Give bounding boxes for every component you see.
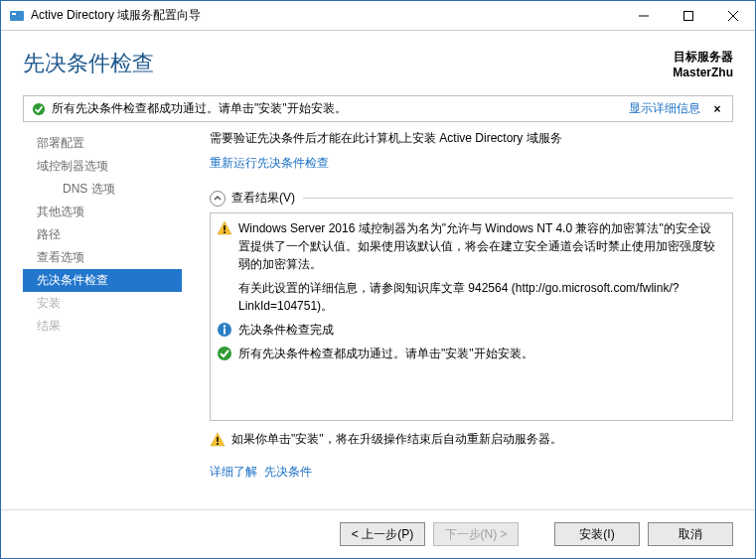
warning-footer: 如果你单击"安装"，将在升级操作结束后自动重新启动服务器。 (210, 431, 733, 448)
target-label: 目标服务器 (673, 49, 733, 66)
cancel-button[interactable]: 取消 (648, 522, 733, 546)
body-row: 部署配置域控制器选项DNS 选项其他选项路径查看选项先决条件检查安装结果 需要验… (1, 128, 755, 509)
sidebar-item-6[interactable]: 先决条件检查 (23, 269, 182, 292)
footer-links: 详细了解 先决条件 (210, 464, 733, 481)
titlebar: Active Directory 域服务配置向导 (1, 1, 755, 31)
warning-icon (210, 432, 226, 448)
svg-point-8 (224, 231, 226, 233)
sidebar-item-4[interactable]: 路径 (23, 223, 182, 246)
sidebar-item-5[interactable]: 查看选项 (23, 246, 182, 269)
success-icon (32, 102, 46, 116)
result-row-0: Windows Server 2016 域控制器为名为"允许与 Windows … (217, 219, 722, 273)
svg-point-6 (33, 102, 45, 114)
result-text: 先决条件检查完成 (238, 321, 722, 339)
app-icon (9, 8, 25, 24)
sidebar-item-8: 结果 (23, 315, 182, 338)
learn-more-link[interactable]: 详细了解 (210, 465, 257, 479)
section-title: 查看结果(V) (231, 190, 295, 207)
chevron-up-icon (214, 195, 222, 203)
target-server-name: MasterZhu (673, 66, 733, 79)
warning-footer-text: 如果你单击"安装"，将在升级操作结束后自动重新启动服务器。 (231, 431, 562, 448)
maximize-button[interactable] (666, 1, 710, 30)
result-row-3: 所有先决条件检查都成功通过。请单击"安装"开始安装。 (217, 345, 722, 362)
svg-rect-1 (12, 13, 16, 15)
result-text: 所有先决条件检查都成功通过。请单击"安装"开始安装。 (238, 345, 722, 362)
button-row: < 上一步(P) 下一步(N) > 安装(I) 取消 (1, 509, 755, 558)
sidebar-item-2[interactable]: DNS 选项 (23, 178, 182, 201)
target-server-box: 目标服务器 MasterZhu (673, 49, 733, 79)
sidebar-item-3[interactable]: 其他选项 (23, 201, 182, 223)
install-button[interactable]: 安装(I) (554, 522, 640, 546)
rerun-check-link[interactable]: 重新运行先决条件检查 (210, 155, 733, 172)
sidebar-item-7: 安装 (23, 292, 182, 315)
maximize-icon (683, 11, 693, 21)
sidebar-item-0[interactable]: 部署配置 (23, 132, 182, 155)
close-button[interactable] (710, 1, 755, 30)
divider-line (303, 198, 733, 199)
prerequisites-link[interactable]: 先决条件 (264, 465, 312, 479)
collapse-button[interactable] (210, 191, 226, 207)
warning-icon (217, 220, 232, 236)
svg-rect-11 (224, 329, 226, 335)
svg-point-10 (224, 325, 226, 327)
svg-rect-3 (683, 11, 692, 20)
svg-point-14 (217, 443, 219, 445)
spacer (527, 522, 546, 546)
main-panel: 需要验证先决条件后才能在此计算机上安装 Active Directory 域服务… (182, 128, 733, 509)
sidebar: 部署配置域控制器选项DNS 选项其他选项路径查看选项先决条件检查安装结果 (23, 128, 182, 509)
svg-point-12 (218, 347, 231, 360)
success-icon (217, 346, 232, 361)
status-bar: 所有先决条件检查都成功通过。请单击"安装"开始安装。 显示详细信息 × (23, 95, 733, 122)
status-close-button[interactable]: × (710, 102, 724, 116)
prev-button[interactable]: < 上一步(P) (340, 522, 425, 546)
next-button: 下一步(N) > (433, 522, 519, 546)
sidebar-item-1[interactable]: 域控制器选项 (23, 155, 182, 178)
minimize-button[interactable] (621, 1, 666, 30)
window-title: Active Directory 域服务配置向导 (31, 7, 621, 24)
show-details-link[interactable]: 显示详细信息 (629, 100, 700, 117)
result-row-1: 有关此设置的详细信息，请参阅知识库文章 942564 (http://go.mi… (217, 279, 722, 315)
result-text: Windows Server 2016 域控制器为名为"允许与 Windows … (238, 219, 722, 273)
window-controls (621, 1, 755, 30)
info-icon (217, 322, 232, 338)
client-area: 先决条件检查 目标服务器 MasterZhu 所有先决条件检查都成功通过。请单击… (1, 31, 755, 558)
result-text: 有关此设置的详细信息，请参阅知识库文章 942564 (http://go.mi… (238, 279, 722, 315)
close-icon (728, 11, 738, 21)
blank-icon (217, 280, 232, 296)
result-row-2: 先决条件检查完成 (217, 321, 722, 339)
page-title: 先决条件检查 (23, 49, 673, 78)
minimize-icon (639, 11, 649, 21)
wizard-window: Active Directory 域服务配置向导 先决条件检查 目标服务器 Ma… (0, 0, 756, 559)
results-box[interactable]: Windows Server 2016 域控制器为名为"允许与 Windows … (210, 212, 733, 421)
intro-text: 需要验证先决条件后才能在此计算机上安装 Active Directory 域服务 (210, 130, 733, 147)
header-row: 先决条件检查 目标服务器 MasterZhu (1, 31, 755, 89)
results-section-header: 查看结果(V) (210, 190, 733, 207)
status-text: 所有先决条件检查都成功通过。请单击"安装"开始安装。 (52, 100, 629, 117)
svg-rect-0 (10, 11, 24, 21)
